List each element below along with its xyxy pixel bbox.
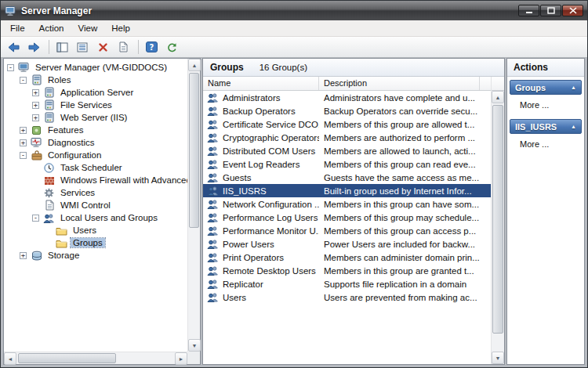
delete-button[interactable] <box>94 38 114 56</box>
tree-item-services[interactable]: Services <box>4 186 187 199</box>
scrollbar-thumb[interactable] <box>189 73 199 228</box>
group-description: Members in this group can have som... <box>319 200 491 209</box>
group-row-replicator[interactable]: ReplicatorSupports file replication in a… <box>203 277 491 290</box>
help-button[interactable]: ? <box>143 38 162 56</box>
group-row-backup-operators[interactable]: Backup OperatorsBackup Operators can ove… <box>203 104 491 117</box>
tree-item-server-manager-vm-giddocs[interactable]: -Server Manager (VM-GIDDOCS) <box>4 61 187 74</box>
tree-item-label: Diagnostics <box>45 138 96 147</box>
group-row-cryptographic-operators[interactable]: Cryptographic OperatorsMembers are autho… <box>203 131 491 144</box>
group-row-certificate-service-dco[interactable]: Certificate Service DCO...Members of thi… <box>203 117 491 131</box>
more-actions-link[interactable]: More ... <box>510 135 582 158</box>
toolbar-separator <box>138 40 139 54</box>
group-row-administrators[interactable]: AdministratorsAdministrators have comple… <box>203 91 491 104</box>
minimize-button[interactable] <box>518 5 539 16</box>
group-row-performance-monitor-u[interactable]: Performance Monitor U...Members of this … <box>203 224 491 237</box>
scroll-down-icon[interactable]: ▼ <box>492 352 504 364</box>
tree-item-diagnostics[interactable]: +Diagnostics <box>4 136 187 149</box>
group-row-remote-desktop-users[interactable]: Remote Desktop UsersMembers in this grou… <box>203 264 491 277</box>
scrollbar-thumb[interactable] <box>492 105 503 334</box>
group-row-guests[interactable]: GuestsGuests have the same access as me.… <box>203 171 491 184</box>
group-row-distributed-com-users[interactable]: Distributed COM UsersMembers are allowed… <box>203 144 491 157</box>
forward-button[interactable] <box>25 38 45 56</box>
collapse-toggle[interactable]: - <box>7 64 14 71</box>
column-header-description[interactable]: Description <box>319 77 480 90</box>
action-section-iis-iusrs[interactable]: IIS_IUSRS▲ <box>510 119 582 134</box>
group-row-power-users[interactable]: Power UsersPower Users are included for … <box>203 237 491 251</box>
folder-icon <box>55 238 68 248</box>
menu-view[interactable]: View <box>71 21 105 35</box>
tree-item-groups[interactable]: Groups <box>4 236 187 249</box>
group-row-users[interactable]: UsersUsers are prevented from making ac.… <box>203 290 491 304</box>
tree-item-label: Web Server (IIS) <box>58 113 129 122</box>
group-icon <box>206 212 220 222</box>
tree-item-configuration[interactable]: -Configuration <box>4 149 187 161</box>
menu-file[interactable]: File <box>3 21 32 35</box>
group-row-event-log-readers[interactable]: Event Log ReadersMembers of this group c… <box>203 157 491 171</box>
expand-toggle[interactable]: + <box>32 89 39 96</box>
group-row-print-operators[interactable]: Print OperatorsMembers can administer do… <box>203 251 491 264</box>
scroll-down-icon[interactable]: ▼ <box>188 339 201 352</box>
collapse-chevron-icon[interactable]: ▲ <box>571 124 576 129</box>
export-list-button[interactable] <box>74 38 93 56</box>
close-button[interactable] <box>562 5 583 16</box>
tree-item-users[interactable]: Users <box>4 224 187 236</box>
show-tree-button[interactable] <box>53 38 73 56</box>
tree-item-roles[interactable]: -Roles <box>4 74 187 86</box>
tree-item-wmi-control[interactable]: WMI Control <box>4 199 187 211</box>
group-row-performance-log-users[interactable]: Performance Log UsersMembers of this gro… <box>203 211 491 224</box>
column-header-filler <box>480 77 491 90</box>
column-header-name[interactable]: Name <box>203 77 319 90</box>
refresh-button[interactable] <box>163 38 183 56</box>
collapse-toggle[interactable]: - <box>20 152 27 159</box>
scrollbar-track[interactable] <box>188 71 200 339</box>
back-button[interactable] <box>5 38 24 56</box>
tree-item-application-server[interactable]: +Application Server <box>4 86 187 99</box>
group-row-network-configuration[interactable]: Network Configuration ...Members in this… <box>203 197 491 211</box>
tree-item-web-server-iis[interactable]: +Web Server (IIS) <box>4 111 187 124</box>
tree-item-label: Server Manager (VM-GIDDOCS) <box>33 63 169 72</box>
expand-toggle[interactable]: + <box>20 252 27 259</box>
group-description: Members of this group can access p... <box>319 226 491 236</box>
tree-item-features[interactable]: +Features <box>4 124 187 136</box>
group-icon <box>206 172 220 182</box>
group-name-cell: Print Operators <box>203 252 319 262</box>
collapse-toggle[interactable]: - <box>20 77 27 84</box>
collapse-chevron-icon[interactable]: ▲ <box>571 85 576 90</box>
tree-horizontal-scrollbar[interactable]: ◄ ► <box>4 352 187 364</box>
menu-help[interactable]: Help <box>104 21 137 35</box>
tree-item-label: Groups <box>71 238 105 247</box>
list-caption: Groups 16 Group(s) <box>203 59 504 77</box>
menu-action[interactable]: Action <box>32 21 71 35</box>
tree-item-windows-firewall-with-advanced-secu[interactable]: Windows Firewall with Advanced Secu <box>4 174 187 186</box>
list-vertical-scrollbar[interactable]: ▲ ▼ <box>491 77 504 364</box>
tree-vertical-scrollbar[interactable]: ▲ ▼ <box>187 59 200 352</box>
scrollbar-track[interactable] <box>492 103 504 352</box>
scrollbar-track[interactable] <box>16 352 175 364</box>
collapse-toggle[interactable]: - <box>32 215 39 222</box>
action-section-groups[interactable]: Groups▲ <box>510 80 582 95</box>
titlebar[interactable]: Server Manager <box>1 1 587 20</box>
scroll-right-icon[interactable]: ► <box>175 352 187 365</box>
expand-toggle[interactable]: + <box>20 127 27 134</box>
group-description: Backup Operators can override secu... <box>319 106 491 116</box>
properties-button[interactable] <box>114 38 134 56</box>
expand-toggle[interactable]: + <box>32 114 39 121</box>
group-row-iis-iusrs[interactable]: IIS_IUSRSBuilt-in group used by Internet… <box>203 184 491 197</box>
expand-toggle[interactable]: + <box>20 139 27 146</box>
tree-item-file-services[interactable]: +File Services <box>4 99 187 111</box>
expand-toggle[interactable]: + <box>32 102 39 109</box>
more-actions-link[interactable]: More ... <box>510 96 582 119</box>
tree-item-storage[interactable]: +Storage <box>4 249 187 262</box>
scroll-up-icon[interactable]: ▲ <box>492 91 504 103</box>
scroll-left-icon[interactable]: ◄ <box>4 352 16 365</box>
properties-icon <box>117 41 130 52</box>
group-name: Administrators <box>223 93 281 103</box>
maximize-button[interactable] <box>540 5 561 16</box>
tree-item-task-scheduler[interactable]: Task Scheduler <box>4 161 187 174</box>
column-headers: NameDescription <box>203 77 491 91</box>
group-description: Users are prevented from making ac... <box>319 293 491 302</box>
scrollbar-thumb[interactable] <box>18 353 116 363</box>
tree-item-local-users-and-groups[interactable]: -Local Users and Groups <box>4 211 187 224</box>
diagnostics-icon <box>30 137 43 148</box>
scroll-up-icon[interactable]: ▲ <box>188 59 201 71</box>
